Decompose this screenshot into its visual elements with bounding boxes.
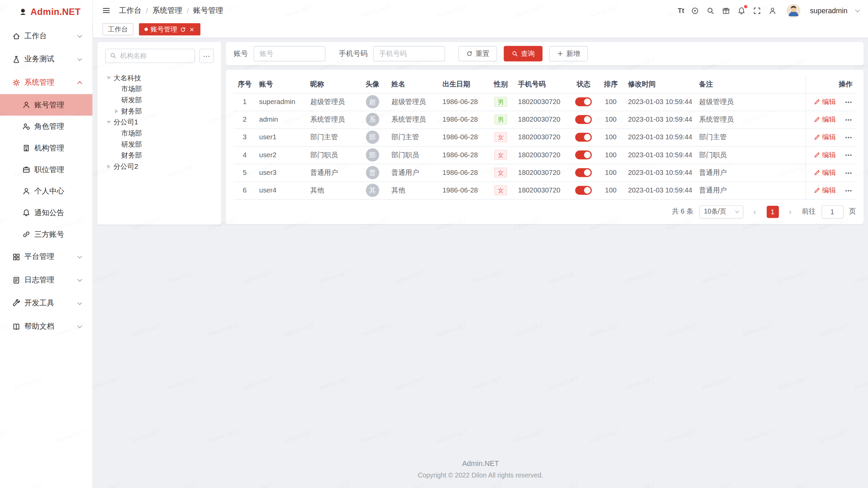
font-size-icon[interactable]: Tt xyxy=(678,6,684,15)
edit-icon xyxy=(814,134,821,141)
sidebar-item[interactable]: 平台管理 xyxy=(0,245,93,268)
status-toggle[interactable] xyxy=(575,133,592,142)
sidebar-item-label: 日志管理 xyxy=(24,275,78,285)
edit-button[interactable]: 编辑 xyxy=(814,115,836,124)
sidebar-item[interactable]: 职位管理 xyxy=(0,159,93,181)
tree-node-label: 财务部 xyxy=(121,151,142,160)
sidebar-item[interactable]: 系统管理 xyxy=(0,71,93,94)
org-search-input[interactable] xyxy=(105,49,195,63)
logo-icon xyxy=(19,7,27,16)
edit-button[interactable]: 编辑 xyxy=(814,168,836,178)
avatar[interactable] xyxy=(787,4,801,18)
footer-copyright: Copyright © 2022 Dilon All rights reserv… xyxy=(97,471,864,479)
tree-node[interactable]: 财务部 xyxy=(105,150,214,161)
page-size-select[interactable]: 10条/页 xyxy=(699,205,743,218)
edit-button[interactable]: 编辑 xyxy=(814,97,836,107)
gender-badge: 女 xyxy=(494,150,507,160)
sidebar-item[interactable]: 帮助文档 xyxy=(0,315,93,338)
breadcrumb-item[interactable]: 工作台 xyxy=(119,5,141,15)
row-more-button[interactable]: ⋯ xyxy=(845,134,852,141)
cell-name: 普通用户 xyxy=(388,164,439,181)
col-account: 账号 xyxy=(256,76,307,93)
cell-phone: 18020030720 xyxy=(515,146,570,164)
pagination: 共 6 条 10条/页 ‹ 1 › 前往 页 xyxy=(234,205,856,218)
status-toggle[interactable] xyxy=(575,168,592,177)
theme-icon[interactable] xyxy=(721,6,731,15)
tab-refresh-icon[interactable] xyxy=(180,26,186,33)
cell-gender: 女 xyxy=(487,128,515,146)
tree-node-label: 研发部 xyxy=(121,140,142,149)
prev-page-button[interactable]: ‹ xyxy=(749,206,761,218)
sidebar-item-label: 平台管理 xyxy=(24,252,78,262)
breadcrumb: 工作台 / 系统管理 / 账号管理 xyxy=(119,5,223,15)
add-button[interactable]: 新增 xyxy=(549,46,588,62)
sidebar-item[interactable]: 业务测试 xyxy=(0,47,93,71)
next-page-button[interactable]: › xyxy=(784,206,796,218)
locale-icon[interactable] xyxy=(690,6,700,15)
tree-node[interactable]: 市场部 xyxy=(105,84,214,95)
user-profile-icon[interactable] xyxy=(768,6,777,15)
tree-node[interactable]: 市场部 xyxy=(105,128,214,139)
sidebar-item[interactable]: 开发工具 xyxy=(0,291,93,315)
tree-node[interactable]: 分公司1 xyxy=(105,117,214,128)
row-more-button[interactable]: ⋯ xyxy=(845,151,852,159)
cell-nickname: 普通用户 xyxy=(307,164,357,181)
menu-collapse-icon[interactable] xyxy=(102,6,111,15)
cell-gender: 女 xyxy=(487,182,515,199)
status-toggle[interactable] xyxy=(575,150,592,159)
row-more-button[interactable]: ⋯ xyxy=(845,187,852,195)
cell-avatar: 普 xyxy=(357,164,388,181)
tree-caret-icon xyxy=(107,164,110,169)
sidebar-item[interactable]: 日志管理 xyxy=(0,268,93,292)
row-more-button[interactable]: ⋯ xyxy=(845,169,852,177)
col-index: 序号 xyxy=(234,76,256,93)
tree-node[interactable]: 研发部 xyxy=(105,139,214,150)
row-more-button[interactable]: ⋯ xyxy=(845,116,852,124)
table-row: 5 user3 普通用户 普 普通用户 1986-06-28 女 1802003… xyxy=(234,164,856,181)
sidebar-item-label: 系统管理 xyxy=(24,78,78,87)
edit-button[interactable]: 编辑 xyxy=(814,133,836,142)
tree-node[interactable]: 研发部 xyxy=(105,95,214,106)
cell-birthdate: 1986-06-28 xyxy=(439,111,487,128)
sidebar-item-label: 开发工具 xyxy=(24,298,78,308)
sidebar-item[interactable]: 机构管理 xyxy=(0,137,93,159)
org-more-button[interactable]: ⋯ xyxy=(199,49,214,63)
search-icon xyxy=(110,52,117,59)
tab-close-icon[interactable] xyxy=(189,26,195,33)
status-toggle[interactable] xyxy=(575,186,592,195)
sidebar-item[interactable]: 通知公告 xyxy=(0,202,93,224)
tabs: 工作台 账号管理 xyxy=(102,23,200,36)
tree-node[interactable]: 分公司2 xyxy=(105,161,214,172)
status-toggle[interactable] xyxy=(575,115,592,124)
cell-nickname: 系统管理员 xyxy=(307,111,357,128)
cell-index: 6 xyxy=(234,182,256,199)
tree-node[interactable]: 财务部 xyxy=(105,106,214,117)
tree-node-label: 分公司2 xyxy=(114,162,138,171)
edit-button[interactable]: 编辑 xyxy=(814,150,836,160)
phone-input[interactable] xyxy=(373,46,445,62)
username[interactable]: superadmin xyxy=(810,6,848,15)
edit-button[interactable]: 编辑 xyxy=(814,186,836,195)
sidebar-item[interactable]: 角色管理 xyxy=(0,116,93,137)
status-toggle[interactable] xyxy=(575,97,592,106)
search-button[interactable]: 查询 xyxy=(504,46,542,62)
row-more-button[interactable]: ⋯ xyxy=(845,98,852,106)
search-icon[interactable] xyxy=(706,6,715,15)
account-input[interactable] xyxy=(254,46,326,62)
reset-button[interactable]: 重置 xyxy=(458,46,497,62)
goto-page-input[interactable] xyxy=(821,205,843,218)
tab[interactable]: 工作台 xyxy=(102,23,133,36)
sidebar-item[interactable]: 三方账号 xyxy=(0,224,93,245)
tree-node[interactable]: 大名科技 xyxy=(105,73,214,84)
sidebar-item-label: 个人中心 xyxy=(34,186,78,196)
notification-bell-icon[interactable] xyxy=(737,6,746,15)
fullscreen-icon[interactable] xyxy=(752,6,762,15)
sidebar-item[interactable]: 工作台 xyxy=(0,24,93,48)
sidebar-item[interactable]: 账号管理 xyxy=(0,94,93,116)
tree-node-label: 分公司1 xyxy=(114,118,138,127)
tab[interactable]: 账号管理 xyxy=(139,23,200,36)
tree-caret-icon xyxy=(106,121,111,124)
breadcrumb-item[interactable]: 系统管理 xyxy=(152,5,182,15)
page-1-button[interactable]: 1 xyxy=(766,206,778,218)
sidebar-item[interactable]: 个人中心 xyxy=(0,180,93,202)
